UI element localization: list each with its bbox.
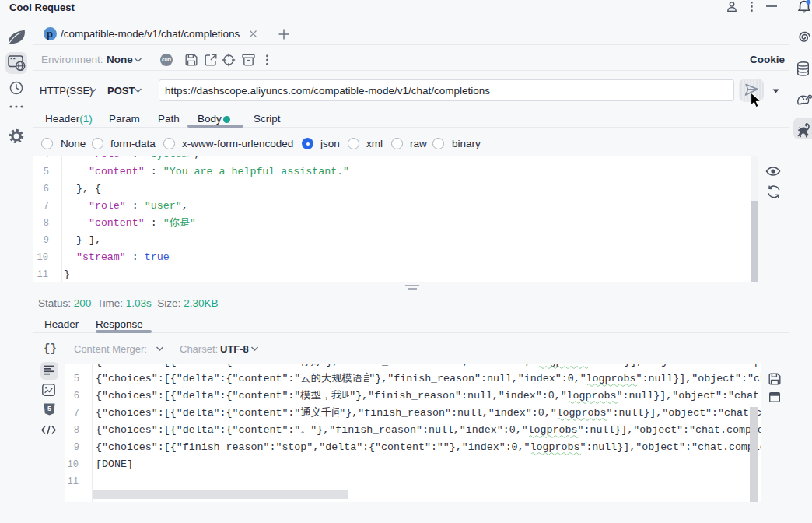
svg-text:5: 5	[47, 405, 51, 412]
